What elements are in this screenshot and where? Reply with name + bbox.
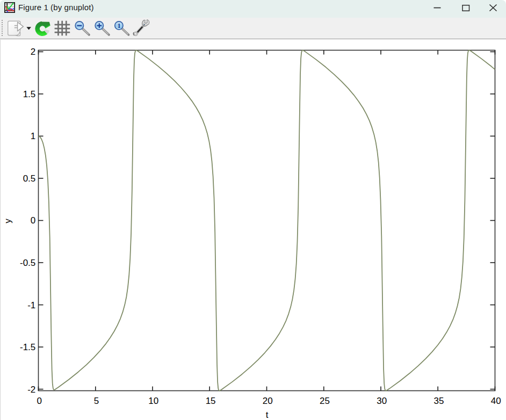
svg-text:1: 1	[31, 131, 35, 141]
svg-text:20: 20	[263, 396, 273, 406]
svg-text:10: 10	[148, 396, 158, 406]
svg-text:40: 40	[491, 396, 501, 406]
svg-text:t: t	[266, 410, 269, 420]
svg-text:-0.5: -0.5	[20, 258, 35, 268]
svg-text:25: 25	[320, 396, 330, 406]
svg-text:15: 15	[206, 396, 216, 406]
svg-text:-2: -2	[27, 385, 35, 395]
svg-text:0.5: 0.5	[23, 173, 36, 184]
svg-text:35: 35	[434, 396, 444, 406]
svg-text:2: 2	[31, 47, 35, 57]
svg-text:1: 1	[117, 22, 120, 30]
svg-text:-1.5: -1.5	[20, 342, 35, 352]
svg-text:-1: -1	[27, 300, 35, 310]
svg-text:y: y	[3, 219, 13, 223]
svg-text:5: 5	[94, 396, 99, 406]
svg-text:30: 30	[377, 396, 387, 406]
svg-text:1.5: 1.5	[23, 89, 36, 99]
svg-text:0: 0	[37, 396, 42, 406]
svg-text:0: 0	[31, 215, 35, 226]
